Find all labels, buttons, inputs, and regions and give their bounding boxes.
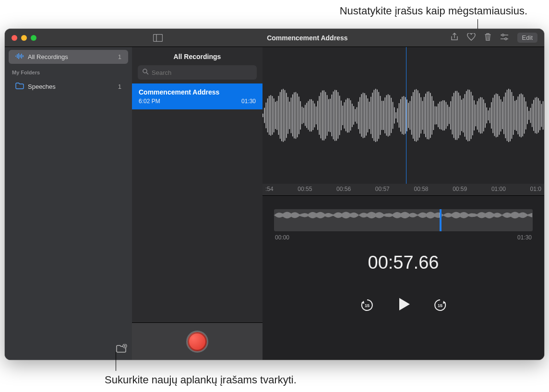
svg-rect-44 xyxy=(305,105,306,126)
svg-rect-249 xyxy=(326,214,326,217)
svg-rect-72 xyxy=(348,98,349,132)
search-input[interactable] xyxy=(152,69,252,76)
svg-rect-114 xyxy=(414,90,415,141)
trash-icon[interactable] xyxy=(484,33,491,43)
svg-rect-70 xyxy=(346,100,346,131)
svg-rect-80 xyxy=(361,94,362,137)
toolbar-right: Edit xyxy=(451,33,544,43)
window-title: Commencement Address xyxy=(164,34,451,42)
overview-playhead[interactable] xyxy=(440,209,442,231)
svg-rect-450 xyxy=(525,214,526,217)
svg-rect-153 xyxy=(476,105,477,126)
svg-rect-321 xyxy=(397,212,398,218)
svg-rect-436 xyxy=(512,213,512,218)
svg-rect-141 xyxy=(456,91,457,140)
maximize-window-button[interactable] xyxy=(31,35,36,41)
waveform-detail[interactable]: :5400:5500:5600:5700:5800:5901:0001:0 xyxy=(263,47,544,196)
svg-rect-219 xyxy=(296,213,297,218)
svg-rect-444 xyxy=(520,213,520,217)
svg-rect-386 xyxy=(462,213,463,218)
svg-rect-43 xyxy=(303,108,304,123)
svg-rect-452 xyxy=(527,214,528,216)
record-button[interactable] xyxy=(186,331,208,353)
skip-forward-15-button[interactable]: 15 xyxy=(433,298,447,312)
svg-rect-438 xyxy=(513,212,514,218)
search-field[interactable] xyxy=(138,65,257,80)
svg-rect-435 xyxy=(511,214,511,217)
svg-rect-65 xyxy=(338,92,339,139)
sidebar-item-count: 1 xyxy=(118,83,121,90)
svg-rect-253 xyxy=(330,213,330,217)
sidebar-item-label: All Recordings xyxy=(28,53,68,60)
svg-rect-307 xyxy=(383,214,384,216)
svg-rect-318 xyxy=(394,213,395,217)
svg-rect-382 xyxy=(458,213,458,218)
overview-area: 00:00 01:30 xyxy=(263,196,544,241)
svg-rect-407 xyxy=(483,213,483,218)
sidebar-toggle-button[interactable] xyxy=(152,33,164,43)
svg-rect-374 xyxy=(450,214,451,217)
svg-rect-71 xyxy=(347,98,348,133)
svg-rect-133 xyxy=(444,100,445,131)
sidebar-section-header: My Folders xyxy=(5,65,132,77)
svg-point-3 xyxy=(502,34,504,36)
overview-waveform[interactable] xyxy=(274,209,533,231)
svg-rect-104 xyxy=(399,103,400,128)
close-window-button[interactable] xyxy=(12,35,17,41)
svg-rect-302 xyxy=(379,212,379,218)
svg-rect-345 xyxy=(421,213,422,218)
svg-rect-246 xyxy=(323,213,323,217)
svg-rect-188 xyxy=(530,108,531,123)
svg-rect-185 xyxy=(525,101,526,129)
svg-rect-111 xyxy=(410,101,411,130)
svg-rect-306 xyxy=(382,214,383,217)
share-icon[interactable] xyxy=(451,33,458,43)
svg-rect-189 xyxy=(532,104,533,127)
svg-rect-175 xyxy=(510,90,511,142)
svg-rect-389 xyxy=(465,212,465,218)
svg-rect-148 xyxy=(467,90,468,142)
svg-rect-300 xyxy=(376,213,377,218)
svg-rect-369 xyxy=(445,214,445,216)
skip-back-15-button[interactable]: 15 xyxy=(360,298,374,312)
svg-rect-86 xyxy=(370,97,371,134)
svg-rect-270 xyxy=(346,212,347,218)
svg-rect-195 xyxy=(541,104,542,127)
svg-rect-283 xyxy=(359,214,360,216)
svg-rect-357 xyxy=(433,213,434,217)
edit-button[interactable]: Edit xyxy=(517,33,537,43)
svg-rect-328 xyxy=(404,212,405,218)
new-folder-button[interactable] xyxy=(116,344,127,355)
svg-rect-54 xyxy=(321,93,322,139)
playhead[interactable] xyxy=(406,47,406,187)
svg-rect-99 xyxy=(391,98,392,133)
svg-rect-157 xyxy=(482,97,483,133)
svg-rect-199 xyxy=(276,214,276,217)
settings-sliders-icon[interactable] xyxy=(500,34,509,42)
svg-rect-392 xyxy=(468,214,468,216)
svg-rect-326 xyxy=(402,213,403,218)
svg-rect-410 xyxy=(486,213,486,217)
minimize-window-button[interactable] xyxy=(21,35,27,41)
svg-rect-48 xyxy=(311,99,312,131)
svg-rect-132 xyxy=(442,100,443,131)
svg-rect-445 xyxy=(521,213,521,217)
favorite-heart-icon[interactable] xyxy=(467,33,476,43)
ruler-tick: 00:57 xyxy=(375,186,390,195)
recording-list-item[interactable]: Commencement Address 6:02 PM 01:30 xyxy=(132,83,263,109)
svg-rect-159 xyxy=(485,103,486,128)
svg-rect-358 xyxy=(434,214,435,217)
ruler-tick: 01:00 xyxy=(491,186,506,195)
svg-point-5 xyxy=(505,38,507,40)
sidebar-item-speeches[interactable]: Speeches 1 xyxy=(9,80,128,94)
svg-rect-112 xyxy=(411,96,412,135)
svg-rect-176 xyxy=(512,92,513,139)
svg-rect-166 xyxy=(496,94,497,137)
svg-rect-279 xyxy=(356,213,356,217)
svg-rect-181 xyxy=(519,94,520,136)
svg-rect-202 xyxy=(279,213,279,217)
recording-time: 6:02 PM xyxy=(139,98,160,105)
play-button[interactable] xyxy=(395,296,412,314)
sidebar-item-all-recordings[interactable]: All Recordings 1 xyxy=(9,50,128,64)
svg-rect-355 xyxy=(431,212,431,218)
